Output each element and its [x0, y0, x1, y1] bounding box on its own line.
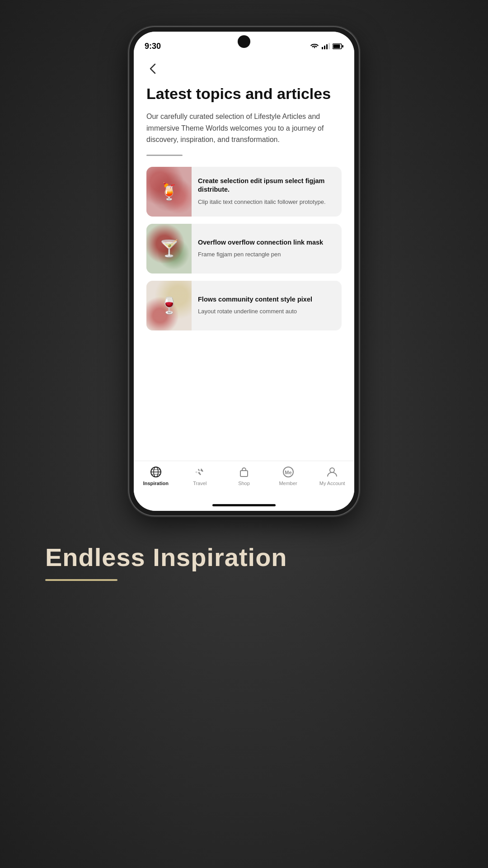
- page-title: Latest topics and articles: [146, 85, 342, 103]
- article-title-2: Overflow overflow connection link mask: [198, 238, 335, 247]
- nav-label-inspiration: Inspiration: [143, 481, 169, 486]
- svg-rect-12: [240, 471, 248, 476]
- phone-frame: 9:30: [129, 27, 359, 515]
- svg-rect-3: [328, 43, 330, 49]
- status-time: 9:30: [145, 42, 161, 51]
- svg-rect-0: [322, 47, 323, 49]
- member-circle-icon: Me: [282, 466, 294, 478]
- outer-background: 9:30: [0, 0, 488, 868]
- svg-point-15: [330, 468, 334, 472]
- battery-icon: [333, 43, 343, 49]
- article-card-1[interactable]: Create selection edit ipsum select figja…: [146, 167, 342, 217]
- divider-line: [146, 155, 183, 156]
- content-area: Latest topics and articles Our carefully…: [134, 80, 354, 461]
- article-subtitle-3: Layout rotate underline comment auto: [198, 307, 335, 316]
- member-icon: Me: [282, 466, 295, 478]
- nav-label-member: Member: [279, 481, 297, 486]
- nav-label-travel: Travel: [193, 481, 206, 486]
- article-card-2[interactable]: Overflow overflow connection link mask F…: [146, 224, 342, 274]
- svg-rect-5: [333, 44, 340, 48]
- svg-rect-2: [326, 44, 328, 49]
- bottom-title: Endless Inspiration: [45, 542, 443, 572]
- nav-label-myaccount: My Account: [319, 481, 345, 486]
- article-title-1: Create selection edit ipsum select figja…: [198, 177, 335, 194]
- camera-notch: [238, 35, 250, 48]
- inspiration-icon: [150, 466, 162, 478]
- nav-item-shop[interactable]: Shop: [228, 466, 260, 486]
- nav-item-myaccount[interactable]: My Account: [316, 466, 348, 486]
- person-icon: [326, 466, 338, 478]
- article-image-3: [146, 281, 192, 330]
- wifi-icon: [310, 43, 319, 49]
- nav-item-inspiration[interactable]: Inspiration: [140, 466, 172, 486]
- shop-icon: [238, 466, 250, 478]
- nav-item-travel[interactable]: Travel: [184, 466, 216, 486]
- status-icons: [310, 43, 343, 49]
- article-title-3: Flows community content style pixel: [198, 295, 335, 304]
- nav-back: [134, 55, 354, 80]
- page-description: Our carefully curated selection of Lifes…: [146, 111, 342, 146]
- article-text-2: Overflow overflow connection link mask F…: [192, 224, 342, 274]
- myaccount-icon: [326, 466, 338, 478]
- article-card-3[interactable]: Flows community content style pixel Layo…: [146, 281, 342, 330]
- svg-rect-1: [324, 46, 325, 49]
- nav-item-member[interactable]: Me Member: [272, 466, 304, 486]
- travel-icon: [193, 466, 206, 478]
- signal-icon: [322, 43, 330, 49]
- nav-label-shop: Shop: [238, 481, 250, 486]
- svg-rect-6: [342, 45, 343, 47]
- plane-icon: [194, 466, 206, 478]
- back-chevron-icon: [149, 62, 157, 75]
- back-button[interactable]: [145, 61, 161, 77]
- article-text-1: Create selection edit ipsum select figja…: [192, 167, 342, 217]
- bottom-section: Endless Inspiration: [0, 515, 488, 599]
- bag-icon: [238, 466, 250, 478]
- article-image-1: [146, 167, 192, 217]
- bottom-underline: [45, 579, 117, 581]
- article-text-3: Flows community content style pixel Layo…: [192, 281, 342, 330]
- bottom-nav: Inspiration Travel: [134, 461, 354, 500]
- article-image-2: [146, 224, 192, 274]
- globe-icon: [150, 466, 162, 478]
- phone-inner: 9:30: [134, 32, 354, 511]
- article-subtitle-1: Clip italic text connection italic follo…: [198, 198, 335, 207]
- article-subtitle-2: Frame figjam pen rectangle pen: [198, 250, 335, 259]
- svg-text:Me: Me: [285, 470, 291, 475]
- home-indicator: [212, 504, 276, 506]
